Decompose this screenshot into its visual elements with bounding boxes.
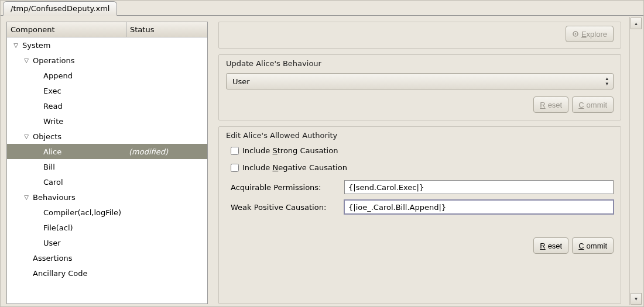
tree-label-cell: Exec bbox=[7, 87, 126, 95]
tree-label-cell: ▽Behaviours bbox=[7, 193, 126, 202]
explore-button[interactable]: Explore bbox=[566, 26, 614, 42]
app-window: /tmp/ConfusedDeputy.xml Component Status… bbox=[0, 0, 644, 307]
authority-commit-button[interactable]: Commit bbox=[572, 237, 614, 254]
vertical-scrollbar[interactable]: ▴ ▾ bbox=[629, 17, 642, 305]
scroll-down-button[interactable]: ▾ bbox=[631, 293, 642, 305]
tree-row[interactable]: ▽Objects bbox=[7, 129, 207, 144]
tree-item-label: Read bbox=[43, 102, 63, 111]
tree-item-label: Append bbox=[43, 71, 73, 80]
explore-label: xplore bbox=[587, 30, 607, 39]
tree-status-cell: (modified) bbox=[126, 147, 207, 156]
expand-icon[interactable]: ▽ bbox=[22, 57, 30, 64]
tree-row[interactable]: Ancillary Code bbox=[7, 265, 207, 281]
behaviour-title: Update Alice's Behaviour bbox=[226, 59, 614, 68]
tree-item-label: Operations bbox=[33, 56, 74, 65]
behaviour-group: Update Alice's Behaviour User ▴▾ Reset C… bbox=[218, 54, 621, 120]
chevron-updown-icon: ▴▾ bbox=[605, 76, 608, 87]
negative-causation-row: Include Negative Causation bbox=[231, 163, 614, 172]
tree-label-cell: Ancillary Code bbox=[7, 269, 126, 278]
tree-row[interactable]: Bill bbox=[7, 159, 207, 174]
tree-row[interactable]: User bbox=[7, 235, 207, 250]
authority-title: Edit Alice's Allowed Authority bbox=[226, 131, 614, 140]
tree-row[interactable]: ▽Behaviours bbox=[7, 189, 207, 205]
tree-item-label: Bill bbox=[43, 163, 55, 171]
behaviour-select[interactable]: User ▴▾ bbox=[226, 73, 614, 89]
file-tab[interactable]: /tmp/ConfusedDeputy.xml bbox=[3, 1, 117, 16]
tree-header: Component Status bbox=[7, 22, 207, 37]
tree-row[interactable]: File(acl) bbox=[7, 220, 207, 235]
expand-icon[interactable]: ▽ bbox=[22, 194, 30, 201]
tree-item-label: Assertions bbox=[33, 254, 72, 263]
tree-row[interactable]: Write bbox=[7, 113, 207, 129]
tree-row[interactable]: Assertions bbox=[7, 250, 207, 265]
tree-row[interactable]: ▽System bbox=[7, 37, 207, 53]
tree-col-component[interactable]: Component bbox=[7, 22, 126, 37]
tree-label-cell: Read bbox=[7, 102, 126, 111]
tree-label-cell: Write bbox=[7, 117, 126, 126]
tree-label-cell: Bill bbox=[7, 163, 126, 171]
tree-item-label: Alice bbox=[43, 147, 61, 156]
file-tab-label: /tmp/ConfusedDeputy.xml bbox=[11, 4, 109, 13]
tree-label-cell: Assertions bbox=[7, 254, 126, 263]
tree-label-cell: File(acl) bbox=[7, 223, 126, 232]
acquirable-permissions-row: Acquirable Permissions: bbox=[226, 180, 614, 194]
tree-label-cell: ▽System bbox=[7, 41, 126, 50]
acquirable-permissions-label: Acquirable Permissions: bbox=[231, 183, 340, 192]
authority-reset-button[interactable]: Reset bbox=[533, 237, 568, 254]
tree-col-status[interactable]: Status bbox=[126, 22, 207, 37]
strong-causation-checkbox[interactable] bbox=[231, 147, 239, 155]
tree-label-cell: ▽Operations bbox=[7, 56, 126, 65]
tree-panel: Component Status ▽System▽OperationsAppen… bbox=[6, 22, 208, 304]
tree-item-label: Ancillary Code bbox=[33, 269, 88, 278]
content-area: Component Status ▽System▽OperationsAppen… bbox=[1, 16, 643, 306]
behaviour-commit-button[interactable]: Commit bbox=[572, 96, 614, 113]
tree-item-label: Behaviours bbox=[33, 193, 76, 202]
tree-row[interactable]: Compiler(acl,logFile) bbox=[7, 205, 207, 220]
tree-item-label: System bbox=[22, 41, 50, 50]
tree-item-label: Exec bbox=[43, 87, 61, 95]
explore-label-u: E bbox=[581, 30, 587, 39]
svg-point-1 bbox=[575, 33, 577, 35]
tree-row[interactable]: Append bbox=[7, 68, 207, 83]
tree-row[interactable]: Carol bbox=[7, 174, 207, 189]
strong-causation-row: Include Strong Causation bbox=[231, 146, 614, 155]
behaviour-reset-button[interactable]: Reset bbox=[533, 96, 568, 113]
tree-label-cell: Alice bbox=[7, 147, 126, 156]
weak-positive-causation-input[interactable] bbox=[344, 200, 614, 214]
tree-row[interactable]: Alice(modified) bbox=[7, 144, 207, 159]
tab-strip: /tmp/ConfusedDeputy.xml bbox=[1, 1, 643, 16]
right-panel: Explore Update Alice's Behaviour User ▴▾… bbox=[218, 22, 638, 304]
scroll-up-button[interactable]: ▴ bbox=[631, 18, 642, 29]
tree-label-cell: ▽Objects bbox=[7, 132, 126, 141]
negative-causation-checkbox[interactable] bbox=[231, 164, 239, 172]
tree-item-label: Compiler(acl,logFile) bbox=[43, 208, 121, 217]
tree-body[interactable]: ▽System▽OperationsAppendExecReadWrite▽Ob… bbox=[7, 37, 207, 303]
tree-item-label: User bbox=[43, 239, 61, 247]
tree-item-label: Write bbox=[43, 117, 63, 126]
negative-causation-label[interactable]: Include Negative Causation bbox=[242, 163, 347, 172]
tree-label-cell: Carol bbox=[7, 178, 126, 187]
scroll-track[interactable] bbox=[630, 30, 642, 292]
expand-icon[interactable]: ▽ bbox=[22, 133, 30, 140]
tree-row[interactable]: Exec bbox=[7, 83, 207, 98]
tree-item-label: File(acl) bbox=[43, 223, 73, 232]
behaviour-select-value: User bbox=[232, 77, 250, 86]
tree-item-label: Carol bbox=[43, 178, 63, 187]
strong-causation-label[interactable]: Include Strong Causation bbox=[242, 146, 338, 155]
tree-row[interactable]: ▽Operations bbox=[7, 53, 207, 68]
gear-icon bbox=[572, 30, 579, 37]
tree-row[interactable]: Read bbox=[7, 98, 207, 113]
explore-bar: Explore bbox=[218, 22, 621, 49]
expand-icon[interactable]: ▽ bbox=[12, 42, 20, 49]
tree-item-label: Objects bbox=[33, 132, 61, 141]
weak-positive-causation-label: Weak Positive Causation: bbox=[231, 203, 340, 212]
tree-label-cell: User bbox=[7, 239, 126, 247]
tree-label-cell: Compiler(acl,logFile) bbox=[7, 208, 126, 217]
authority-group: Edit Alice's Allowed Authority Include S… bbox=[218, 126, 621, 304]
weak-positive-causation-row: Weak Positive Causation: bbox=[226, 200, 614, 214]
tree-label-cell: Append bbox=[7, 71, 126, 80]
acquirable-permissions-input[interactable] bbox=[344, 180, 614, 194]
